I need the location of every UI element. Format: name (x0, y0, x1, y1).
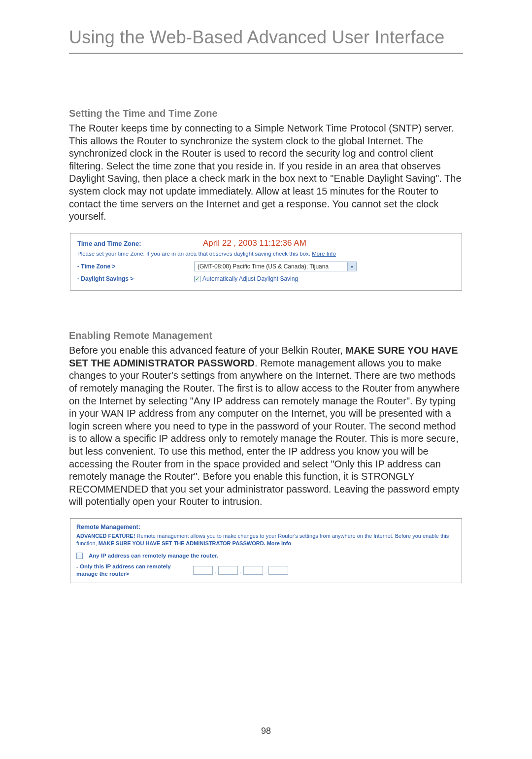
remote-more-info-link[interactable]: More Info (267, 540, 292, 546)
daylight-row-label: - Daylight Savings > (77, 275, 188, 282)
ip-dot: . (214, 568, 217, 575)
section-body-time: The Router keeps time by connecting to a… (69, 122, 463, 223)
onlyip-label: - Only this IP address can remotely mana… (76, 563, 187, 578)
page-title: Using the Web-Based Advanced User Interf… (69, 27, 463, 54)
timezone-header-label: Time and Time Zone: (77, 240, 188, 247)
timezone-panel: Time and Time Zone: April 22 , 2003 11:1… (70, 233, 462, 291)
ip-octet-4[interactable] (268, 566, 288, 575)
remote-note: ADVANCED FEATURE! Remote management allo… (76, 532, 456, 548)
chevron-down-icon: ▾ (347, 262, 356, 271)
ip-dot: . (265, 568, 267, 575)
section-heading-time: Setting the Time and Time Zone (69, 108, 463, 119)
remote-body-post: . Remote management allows you to make c… (69, 358, 460, 507)
current-datetime: April 22 , 2003 11:12:36 AM (203, 238, 306, 248)
remote-header: Remote Management: (76, 524, 456, 530)
page-number: 98 (0, 726, 532, 736)
section-heading-remote: Enabling Remote Management (69, 330, 463, 341)
remote-note-bold1: ADVANCED FEATURE! (76, 533, 135, 539)
ip-octet-3[interactable] (243, 566, 263, 575)
remote-body-pre: Before you enable this advanced feature … (69, 345, 345, 356)
anyip-checkbox[interactable] (76, 553, 83, 559)
timezone-note-text: Please set your time Zone. If you are in… (77, 251, 312, 257)
more-info-link[interactable]: More Info (312, 251, 336, 257)
timezone-select[interactable]: (GMT-08:00) Pacific Time (US & Canada); … (194, 262, 357, 271)
ip-dot: . (239, 568, 242, 575)
timezone-selected-text: (GMT-08:00) Pacific Time (US & Canada); … (195, 263, 347, 270)
anyip-label: Any IP address can remotely manage the r… (89, 553, 218, 559)
timezone-row-label: - Time Zone > (77, 263, 188, 270)
ip-input-group: . . . (193, 566, 288, 575)
ip-octet-1[interactable] (193, 566, 213, 575)
daylight-checkbox[interactable] (194, 276, 200, 282)
remote-panel: Remote Management: ADVANCED FEATURE! Rem… (70, 518, 462, 583)
section-body-remote: Before you enable this advanced feature … (69, 344, 463, 508)
ip-octet-2[interactable] (218, 566, 238, 575)
daylight-checkbox-label: Automatically Adjust Daylight Saving (202, 275, 298, 282)
remote-note-bold2: MAKE SURE YOU HAVE SET THE ADMINISTRATOR… (99, 540, 266, 546)
timezone-note: Please set your time Zone. If you are in… (77, 250, 455, 258)
